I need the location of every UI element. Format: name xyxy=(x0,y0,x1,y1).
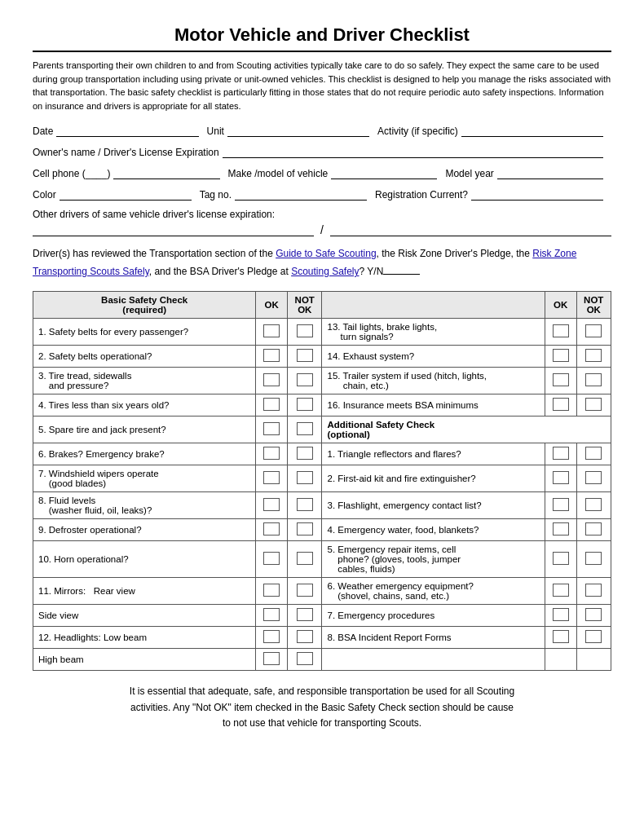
right-add-notok-3[interactable] xyxy=(576,492,611,519)
right-add-ok-2[interactable] xyxy=(545,465,576,492)
left-ok-4[interactable] xyxy=(256,394,288,416)
left-ok-9[interactable] xyxy=(256,519,288,541)
left-item-4: 4. Tires less than six years old? xyxy=(33,394,256,416)
tag-label: Tag no. xyxy=(200,189,232,201)
unit-input[interactable] xyxy=(227,124,369,137)
driver-reviewed-text: Driver(s) has reviewed the Transportatio… xyxy=(33,246,611,280)
left-notok-8[interactable] xyxy=(288,492,322,519)
color-input[interactable] xyxy=(60,187,192,201)
right-add-4: 4. Emergency water, food, blankets? xyxy=(322,519,545,541)
right-add-notok-5[interactable] xyxy=(576,541,611,578)
cell-make-row: Cell phone (____) Make /model of vehicle… xyxy=(33,166,611,179)
scouting-safely-link[interactable]: Scouting Safely xyxy=(291,266,359,277)
left-notok-9[interactable] xyxy=(288,519,322,541)
right-notok-14[interactable] xyxy=(576,346,611,368)
left-ok-11a[interactable] xyxy=(256,578,288,605)
right-add-ok-7[interactable] xyxy=(545,605,576,627)
right-add-ok-1[interactable] xyxy=(545,443,576,465)
right-ok-header: OK xyxy=(545,292,576,319)
left-ok-5[interactable] xyxy=(256,416,288,443)
left-section-header: Basic Safety Check(required) xyxy=(33,292,256,319)
unit-label: Unit xyxy=(207,126,224,137)
left-notok-2[interactable] xyxy=(288,346,322,368)
right-notok-13[interactable] xyxy=(576,319,611,346)
right-add-ok-6[interactable] xyxy=(545,578,576,605)
right-ok-16[interactable] xyxy=(545,394,576,416)
left-ok-12a[interactable] xyxy=(256,627,288,649)
table-row: 7. Windshield wipers operate (good blade… xyxy=(33,465,611,492)
table-row: 11. Mirrors: Rear view 6. Weather emerge… xyxy=(33,578,611,605)
right-add-notok-4[interactable] xyxy=(576,519,611,541)
left-notok-1[interactable] xyxy=(288,319,322,346)
right-add-notok-8[interactable] xyxy=(576,627,611,649)
left-notok-10[interactable] xyxy=(288,541,322,578)
reg-label: Registration Current? xyxy=(375,189,468,201)
tag-input[interactable] xyxy=(235,187,367,201)
table-row: Side view 7. Emergency procedures xyxy=(33,605,611,627)
left-item-6: 6. Brakes? Emergency brake? xyxy=(33,443,256,465)
right-add-1: 1. Triangle reflectors and flares? xyxy=(322,443,545,465)
right-add-2: 2. First-aid kit and fire extinguisher? xyxy=(322,465,545,492)
intro-text: Parents transporting their own children … xyxy=(33,59,611,112)
right-ok-14[interactable] xyxy=(545,346,576,368)
right-add-ok-4[interactable] xyxy=(545,519,576,541)
left-notok-11b[interactable] xyxy=(288,605,322,627)
right-notok-15[interactable] xyxy=(576,368,611,394)
date-unit-activity-row: Date Unit Activity (if specific) xyxy=(33,124,611,137)
model-year-label: Model year xyxy=(445,168,493,179)
right-add-8: 8. BSA Incident Report Forms xyxy=(322,627,545,649)
right-item-15: 15. Trailer system if used (hitch, light… xyxy=(322,368,545,394)
date-input[interactable] xyxy=(56,124,198,137)
right-item-14: 14. Exhaust system? xyxy=(322,346,545,368)
right-add-notok-2[interactable] xyxy=(576,465,611,492)
left-ok-header: OK xyxy=(256,292,288,319)
right-add-ok-5[interactable] xyxy=(545,541,576,578)
right-add-ok-3[interactable] xyxy=(545,492,576,519)
left-ok-8[interactable] xyxy=(256,492,288,519)
left-notok-11a[interactable] xyxy=(288,578,322,605)
reg-input[interactable] xyxy=(471,187,603,201)
left-ok-2[interactable] xyxy=(256,346,288,368)
right-add-notok-1[interactable] xyxy=(576,443,611,465)
right-add-notok-6[interactable] xyxy=(576,578,611,605)
left-item-7: 7. Windshield wipers operate (good blade… xyxy=(33,465,256,492)
left-notok-4[interactable] xyxy=(288,394,322,416)
left-ok-11b[interactable] xyxy=(256,605,288,627)
right-ok-15[interactable] xyxy=(545,368,576,394)
right-notok-16[interactable] xyxy=(576,394,611,416)
right-add-5: 5. Emergency repair items, cell phone? (… xyxy=(322,541,545,578)
make-input[interactable] xyxy=(331,166,437,179)
left-notok-7[interactable] xyxy=(288,465,322,492)
left-notok-12a[interactable] xyxy=(288,627,322,649)
left-ok-10[interactable] xyxy=(256,541,288,578)
right-ok-13[interactable] xyxy=(545,319,576,346)
left-ok-6[interactable] xyxy=(256,443,288,465)
sig-input-2[interactable] xyxy=(330,223,611,236)
additional-section-header: Additional Safety Check(optional) xyxy=(322,416,611,443)
signature-line: / xyxy=(33,223,611,236)
left-ok-12b[interactable] xyxy=(256,649,288,671)
right-empty-notok xyxy=(576,649,611,671)
left-ok-1[interactable] xyxy=(256,319,288,346)
left-notok-5[interactable] xyxy=(288,416,322,443)
right-add-notok-7[interactable] xyxy=(576,605,611,627)
yn-input[interactable] xyxy=(383,262,420,275)
left-notok-3[interactable] xyxy=(288,368,322,394)
cell-input[interactable] xyxy=(113,166,219,179)
left-ok-3[interactable] xyxy=(256,368,288,394)
cell-label: Cell phone (____) xyxy=(33,168,110,179)
guide-link[interactable]: Guide to Safe Scouting xyxy=(276,248,376,259)
activity-input[interactable] xyxy=(461,124,603,137)
left-ok-7[interactable] xyxy=(256,465,288,492)
left-notok-12b[interactable] xyxy=(288,649,322,671)
model-year-input[interactable] xyxy=(497,166,603,179)
color-tag-row: Color Tag no. Registration Current? xyxy=(33,187,611,201)
right-add-7: 7. Emergency procedures xyxy=(322,605,545,627)
page-title: Motor Vehicle and Driver Checklist xyxy=(33,24,611,46)
sig-input-1[interactable] xyxy=(33,223,314,236)
owners-input[interactable] xyxy=(223,145,603,158)
left-notok-6[interactable] xyxy=(288,443,322,465)
right-add-ok-8[interactable] xyxy=(545,627,576,649)
color-label: Color xyxy=(33,189,56,201)
table-row: 2. Safety belts operational? 14. Exhaust… xyxy=(33,346,611,368)
